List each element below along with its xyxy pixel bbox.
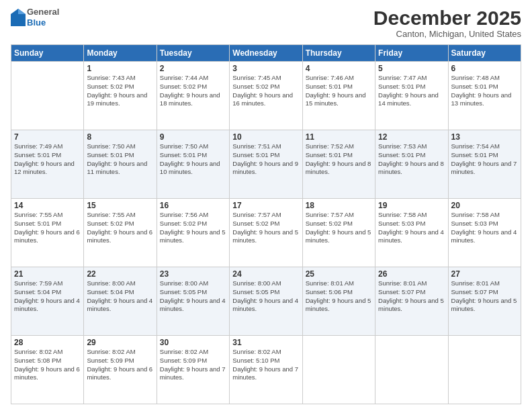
day-info: Sunrise: 7:50 AM Sunset: 5:01 PM Dayligh… bbox=[87, 142, 153, 177]
logo: General Blue bbox=[11, 7, 59, 28]
day-number: 12 bbox=[378, 132, 445, 142]
day-number: 14 bbox=[14, 201, 81, 210]
daylight: Daylight: 9 hours and 9 minutes. bbox=[232, 160, 298, 176]
title-block: December 2025 Canton, Michigan, United S… bbox=[373, 7, 521, 39]
day-cell bbox=[375, 336, 448, 404]
sunset: Sunset: 5:05 PM bbox=[232, 288, 279, 295]
logo-text: General Blue bbox=[27, 7, 59, 28]
day-cell: 25 Sunrise: 8:01 AM Sunset: 5:06 PM Dayl… bbox=[302, 267, 375, 336]
day-info: Sunrise: 7:55 AM Sunset: 5:02 PM Dayligh… bbox=[87, 211, 153, 245]
day-cell: 17 Sunrise: 7:57 AM Sunset: 5:02 PM Dayl… bbox=[230, 199, 302, 267]
day-cell bbox=[448, 336, 521, 404]
sunrise: Sunrise: 8:02 AM bbox=[160, 348, 208, 355]
sunset: Sunset: 5:07 PM bbox=[451, 288, 498, 295]
sunrise: Sunrise: 7:58 AM bbox=[378, 211, 427, 218]
day-number: 20 bbox=[451, 201, 518, 210]
sunset: Sunset: 5:04 PM bbox=[87, 288, 134, 295]
day-number: 3 bbox=[232, 64, 299, 73]
sunrise: Sunrise: 7:43 AM bbox=[87, 74, 135, 81]
day-cell: 3 Sunrise: 7:45 AM Sunset: 5:02 PM Dayli… bbox=[230, 62, 302, 130]
col-friday: Friday bbox=[375, 45, 448, 62]
sunrise: Sunrise: 8:02 AM bbox=[232, 348, 281, 355]
sunrise: Sunrise: 7:55 AM bbox=[14, 211, 62, 218]
day-cell: 31 Sunrise: 8:02 AM Sunset: 5:10 PM Dayl… bbox=[230, 336, 302, 404]
sunset: Sunset: 5:03 PM bbox=[378, 220, 425, 227]
day-info: Sunrise: 7:59 AM Sunset: 5:04 PM Dayligh… bbox=[14, 279, 81, 314]
logo-general: General bbox=[27, 7, 59, 17]
day-cell: 16 Sunrise: 7:56 AM Sunset: 5:02 PM Dayl… bbox=[157, 199, 229, 267]
sunset: Sunset: 5:08 PM bbox=[14, 357, 61, 364]
day-cell: 30 Sunrise: 8:02 AM Sunset: 5:09 PM Dayl… bbox=[157, 336, 229, 404]
daylight: Daylight: 9 hours and 19 minutes. bbox=[87, 91, 147, 107]
sunrise: Sunrise: 8:01 AM bbox=[378, 279, 427, 287]
sunrise: Sunrise: 8:00 AM bbox=[87, 279, 135, 287]
daylight: Daylight: 9 hours and 5 minutes. bbox=[451, 297, 517, 313]
daylight: Daylight: 9 hours and 5 minutes. bbox=[306, 297, 371, 313]
daylight: Daylight: 9 hours and 7 minutes. bbox=[451, 160, 517, 176]
daylight: Daylight: 9 hours and 5 minutes. bbox=[232, 228, 298, 244]
header: General Blue December 2025 Canton, Michi… bbox=[11, 7, 521, 39]
col-wednesday: Wednesday bbox=[230, 45, 302, 62]
sunset: Sunset: 5:02 PM bbox=[160, 83, 207, 90]
day-info: Sunrise: 7:58 AM Sunset: 5:03 PM Dayligh… bbox=[451, 211, 518, 245]
day-info: Sunrise: 8:00 AM Sunset: 5:04 PM Dayligh… bbox=[87, 279, 153, 314]
day-cell: 6 Sunrise: 7:48 AM Sunset: 5:01 PM Dayli… bbox=[448, 62, 521, 130]
daylight: Daylight: 9 hours and 15 minutes. bbox=[306, 91, 366, 107]
day-cell: 9 Sunrise: 7:50 AM Sunset: 5:01 PM Dayli… bbox=[157, 130, 229, 199]
location: Canton, Michigan, United States bbox=[373, 29, 521, 39]
sunset: Sunset: 5:01 PM bbox=[14, 151, 61, 158]
header-row: Sunday Monday Tuesday Wednesday Thursday… bbox=[11, 45, 521, 62]
sunrise: Sunrise: 7:44 AM bbox=[160, 74, 208, 81]
sunset: Sunset: 5:01 PM bbox=[232, 151, 279, 158]
day-cell: 22 Sunrise: 8:00 AM Sunset: 5:04 PM Dayl… bbox=[84, 267, 157, 336]
daylight: Daylight: 9 hours and 8 minutes. bbox=[306, 160, 371, 176]
sunset: Sunset: 5:01 PM bbox=[451, 83, 498, 90]
day-cell: 23 Sunrise: 8:00 AM Sunset: 5:05 PM Dayl… bbox=[157, 267, 229, 336]
day-cell: 27 Sunrise: 8:01 AM Sunset: 5:07 PM Dayl… bbox=[448, 267, 521, 336]
col-saturday: Saturday bbox=[448, 45, 521, 62]
sunset: Sunset: 5:03 PM bbox=[451, 220, 498, 227]
day-cell: 8 Sunrise: 7:50 AM Sunset: 5:01 PM Dayli… bbox=[84, 130, 157, 199]
month-title: December 2025 bbox=[373, 7, 521, 29]
col-monday: Monday bbox=[84, 45, 157, 62]
day-number: 17 bbox=[232, 201, 299, 210]
day-info: Sunrise: 8:00 AM Sunset: 5:05 PM Dayligh… bbox=[160, 279, 226, 314]
day-info: Sunrise: 8:02 AM Sunset: 5:10 PM Dayligh… bbox=[232, 348, 299, 382]
day-info: Sunrise: 7:58 AM Sunset: 5:03 PM Dayligh… bbox=[378, 211, 445, 245]
daylight: Daylight: 9 hours and 7 minutes. bbox=[232, 365, 298, 381]
day-info: Sunrise: 8:02 AM Sunset: 5:08 PM Dayligh… bbox=[14, 348, 81, 382]
sunrise: Sunrise: 7:55 AM bbox=[87, 211, 135, 218]
sunset: Sunset: 5:06 PM bbox=[306, 288, 353, 295]
sunrise: Sunrise: 7:50 AM bbox=[87, 142, 135, 150]
week-row-4: 21 Sunrise: 7:59 AM Sunset: 5:04 PM Dayl… bbox=[11, 267, 521, 336]
sunrise: Sunrise: 7:47 AM bbox=[378, 74, 427, 81]
sunrise: Sunrise: 8:00 AM bbox=[232, 279, 281, 287]
day-cell: 2 Sunrise: 7:44 AM Sunset: 5:02 PM Dayli… bbox=[157, 62, 229, 130]
logo-icon bbox=[11, 9, 26, 26]
daylight: Daylight: 9 hours and 6 minutes. bbox=[14, 228, 80, 244]
sunrise: Sunrise: 8:00 AM bbox=[160, 279, 208, 287]
daylight: Daylight: 9 hours and 13 minutes. bbox=[451, 91, 512, 107]
sunset: Sunset: 5:10 PM bbox=[232, 357, 279, 364]
sunset: Sunset: 5:01 PM bbox=[14, 220, 61, 227]
day-cell: 11 Sunrise: 7:52 AM Sunset: 5:01 PM Dayl… bbox=[302, 130, 375, 199]
daylight: Daylight: 9 hours and 5 minutes. bbox=[160, 228, 226, 244]
day-cell: 13 Sunrise: 7:54 AM Sunset: 5:01 PM Dayl… bbox=[448, 130, 521, 199]
day-number: 26 bbox=[378, 269, 445, 279]
day-number: 16 bbox=[160, 201, 226, 210]
daylight: Daylight: 9 hours and 6 minutes. bbox=[87, 365, 152, 381]
day-number: 11 bbox=[306, 132, 372, 142]
day-number: 23 bbox=[160, 269, 226, 279]
sunrise: Sunrise: 8:01 AM bbox=[451, 279, 500, 287]
sunset: Sunset: 5:09 PM bbox=[87, 357, 134, 364]
sunset: Sunset: 5:02 PM bbox=[306, 220, 353, 227]
day-info: Sunrise: 8:00 AM Sunset: 5:05 PM Dayligh… bbox=[232, 279, 299, 314]
day-info: Sunrise: 8:01 AM Sunset: 5:07 PM Dayligh… bbox=[378, 279, 445, 314]
sunrise: Sunrise: 7:57 AM bbox=[306, 211, 354, 218]
daylight: Daylight: 9 hours and 10 minutes. bbox=[160, 160, 220, 176]
daylight: Daylight: 9 hours and 11 minutes. bbox=[87, 160, 147, 176]
day-cell: 5 Sunrise: 7:47 AM Sunset: 5:01 PM Dayli… bbox=[375, 62, 448, 130]
day-number: 25 bbox=[306, 269, 372, 279]
day-info: Sunrise: 8:02 AM Sunset: 5:09 PM Dayligh… bbox=[160, 348, 226, 382]
day-cell: 24 Sunrise: 8:00 AM Sunset: 5:05 PM Dayl… bbox=[230, 267, 302, 336]
